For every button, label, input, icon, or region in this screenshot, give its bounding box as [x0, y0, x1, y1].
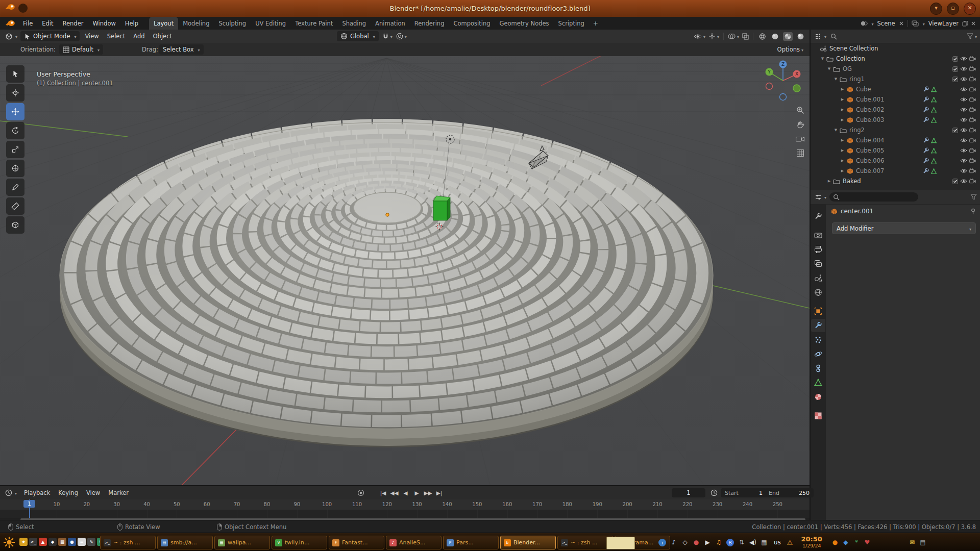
check-icon[interactable] [952, 128, 958, 133]
eye-icon[interactable] [960, 117, 967, 122]
timeline-track[interactable] [0, 510, 810, 518]
scene-dropdown-chevron-icon[interactable] [870, 20, 874, 27]
outliner-row[interactable]: ▶Baked [811, 176, 980, 186]
camera-icon[interactable] [969, 158, 976, 163]
camera-view-button[interactable] [796, 136, 804, 142]
eye-icon[interactable] [960, 66, 967, 71]
eye-icon[interactable] [960, 158, 967, 163]
launcher-icon-4[interactable]: ◆ [48, 538, 57, 546]
wrench-icon[interactable] [923, 107, 929, 113]
disclosure-down-icon[interactable]: ▼ [826, 67, 832, 71]
jump-to-end-button[interactable]: ▶| [434, 489, 445, 497]
close-button[interactable]: ✕ [964, 3, 976, 15]
workspace-tab-animation[interactable]: Animation [371, 17, 410, 30]
tray-icon-6[interactable]: ♫ [715, 539, 722, 546]
gizmo-neg-y-axis[interactable] [793, 85, 800, 92]
disclosure-right-icon[interactable]: ▶ [839, 138, 846, 142]
editor-type-selector[interactable] [3, 33, 19, 40]
shading-rendered-button[interactable] [796, 32, 805, 41]
visibility-dropdown[interactable] [694, 33, 705, 40]
tray-icon-2[interactable]: ♪ [670, 539, 677, 546]
scale-tool[interactable] [6, 141, 24, 158]
timeline-menu-view[interactable]: View [82, 489, 104, 496]
application-menu-button[interactable] [3, 536, 15, 548]
properties-tab-world[interactable] [811, 286, 825, 299]
panel-widget[interactable] [606, 537, 635, 549]
meshdata-icon[interactable] [931, 138, 937, 143]
viewlayer-dropdown-chevron-icon[interactable] [921, 20, 925, 27]
launcher-icon-3[interactable]: ▲ [39, 538, 47, 546]
camera-icon[interactable] [969, 66, 976, 71]
properties-tab-data[interactable] [811, 376, 825, 389]
eye-icon[interactable] [960, 87, 967, 92]
task-button[interactable]: ▦wallpa... [214, 536, 270, 549]
launcher-icon-2[interactable]: >_ [29, 538, 37, 546]
tray-icon-3[interactable]: ◇ [681, 539, 689, 546]
viewlayer-copy-icon[interactable] [962, 20, 968, 27]
meshdata-icon[interactable] [931, 148, 937, 154]
next-keyframe-button[interactable]: ▶▶ [423, 489, 433, 497]
meshdata-icon[interactable] [931, 168, 937, 174]
camera-icon[interactable] [969, 97, 976, 102]
properties-editor-selector[interactable] [815, 193, 826, 201]
disclosure-down-icon[interactable]: ▼ [819, 57, 826, 61]
gizmo-neg-z-axis[interactable] [780, 94, 787, 101]
cursor-tool[interactable] [6, 84, 24, 102]
tray-right-icon-2[interactable]: ◆ [842, 539, 849, 546]
mode-selector[interactable]: Object Mode [20, 31, 80, 41]
outliner-row[interactable]: ▶Cube.003 [811, 115, 980, 125]
corner-icon-2[interactable]: ▤ [919, 539, 926, 546]
meshdata-icon[interactable] [931, 117, 937, 123]
snap-toggle[interactable] [382, 33, 393, 40]
shading-wireframe-button[interactable] [757, 32, 767, 41]
camera-icon[interactable] [969, 56, 976, 61]
workspace-tab-texture-paint[interactable]: Texture Paint [290, 17, 337, 30]
viewport-menu-view[interactable]: View [81, 33, 103, 40]
eye-icon[interactable] [960, 128, 967, 133]
timeline-ruler[interactable]: 1020304050607080901001101201301401501601… [0, 499, 810, 510]
frame-start-field[interactable]: Start1 [721, 488, 767, 497]
camera-icon[interactable] [969, 138, 976, 143]
wrench-icon[interactable] [923, 147, 929, 154]
corner-icon-1[interactable]: ✉ [909, 539, 916, 546]
tray-right-icon-4[interactable]: ♥ [864, 539, 871, 546]
check-icon[interactable] [952, 179, 958, 184]
measure-tool[interactable] [6, 197, 24, 215]
xray-toggle[interactable] [742, 33, 749, 40]
properties-tab-viewlayer[interactable] [811, 257, 825, 270]
disclosure-right-icon[interactable]: ▶ [839, 87, 846, 91]
wrench-icon[interactable] [923, 117, 929, 123]
outliner-row[interactable]: ▼OG [811, 64, 980, 74]
clock-widget[interactable]: 20:50 1/29/24 [801, 536, 822, 549]
disclosure-right-icon[interactable]: ▶ [839, 97, 846, 102]
launcher-icon-5[interactable]: ▦ [58, 538, 66, 546]
tray-icon-10[interactable]: ▦ [761, 539, 768, 546]
options-dropdown[interactable]: Options [777, 43, 803, 56]
breadcrumb-object-name[interactable]: center.001 [841, 208, 873, 215]
workspace-tab-geometry-nodes[interactable]: Geometry Nodes [495, 17, 554, 30]
prev-keyframe-button[interactable]: ◀◀ [389, 489, 400, 497]
shading-material-button[interactable] [783, 32, 793, 41]
eye-icon[interactable] [960, 77, 967, 82]
eye-icon[interactable] [960, 148, 967, 153]
outliner-row[interactable]: ▶Cube.001 [811, 94, 980, 105]
frame-end-field[interactable]: End250 [765, 488, 814, 497]
play-button[interactable]: ▶ [411, 489, 422, 497]
eye-icon[interactable] [960, 179, 967, 184]
outliner-row[interactable]: ▶Cube.002 [811, 105, 980, 115]
viewlayer-icon[interactable] [912, 20, 919, 27]
camera-icon[interactable] [969, 87, 976, 92]
menu-file[interactable]: File [18, 20, 37, 27]
transform-tool[interactable] [6, 160, 24, 177]
camera-icon[interactable] [969, 179, 976, 184]
jump-to-start-button[interactable]: |◀ [378, 489, 388, 497]
camera-icon[interactable] [969, 128, 976, 133]
properties-filter-icon[interactable] [970, 194, 977, 200]
properties-tab-scene[interactable] [811, 271, 825, 285]
viewlayer-remove-icon[interactable] [971, 21, 976, 26]
select-box-tool[interactable] [6, 65, 24, 83]
properties-tab-material[interactable] [811, 390, 825, 404]
task-button[interactable]: FFantast... [329, 536, 384, 549]
task-button[interactable]: bBlender... [500, 536, 556, 549]
camera-icon[interactable] [969, 148, 976, 153]
